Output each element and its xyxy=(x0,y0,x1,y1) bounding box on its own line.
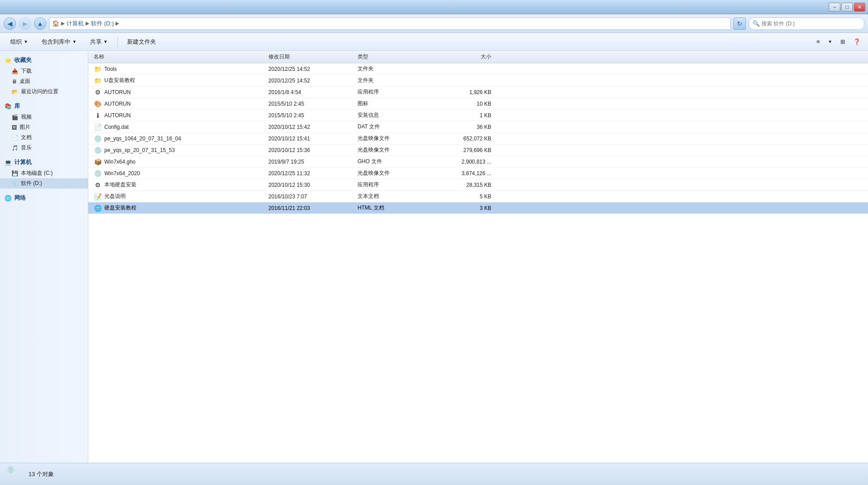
sidebar-item-downloads[interactable]: 📥 下载 xyxy=(0,66,88,76)
file-type-cell: DAT 文件 xyxy=(358,123,429,131)
table-row[interactable]: 🎨 AUTORUN 2015/5/10 2:45 图标 10 KB xyxy=(88,98,868,110)
file-name-cell: ⚙ 本地硬盘安装 xyxy=(90,181,268,189)
sidebar-section-header-network[interactable]: 🌐 网络 xyxy=(0,192,88,204)
search-input[interactable] xyxy=(761,21,860,27)
up-button[interactable]: ▲ xyxy=(34,17,46,30)
organize-button[interactable]: 组织 ▼ xyxy=(4,35,34,49)
file-type-cell: 文件夹 xyxy=(358,65,429,73)
preview-button[interactable]: ⊞ xyxy=(837,35,848,49)
sidebar-section-header-favorites[interactable]: ⭐ 收藏夹 xyxy=(0,54,88,66)
file-type-cell: 图标 xyxy=(358,100,429,107)
file-name-text: AUTORUN xyxy=(104,112,131,119)
share-button[interactable]: 共享 ▼ xyxy=(84,35,114,49)
downloads-label: 下载 xyxy=(21,67,32,75)
maximize-button[interactable]: □ xyxy=(841,3,853,12)
close-button[interactable]: ✕ xyxy=(854,3,865,12)
pictures-icon: 🖼 xyxy=(12,124,17,131)
sidebar-item-software-d[interactable]: 💿 软件 (D:) xyxy=(0,178,88,189)
file-name-text: Tools xyxy=(104,66,117,72)
network-icon: 🌐 xyxy=(4,195,12,201)
file-type-cell: HTML 文档 xyxy=(358,204,429,212)
video-icon: 🎬 xyxy=(12,114,18,120)
favorites-label: 收藏夹 xyxy=(14,56,32,64)
file-name-cell: 📁 Tools xyxy=(90,65,268,73)
sidebar-section-network: 🌐 网络 xyxy=(0,192,88,204)
sidebar-section-favorites: ⭐ 收藏夹 📥 下载 🖥 桌面 📂 最近访问的位置 xyxy=(0,54,88,97)
file-date-cell: 2020/12/25 11:32 xyxy=(268,170,358,177)
col-header-name[interactable]: 名称 xyxy=(90,53,268,61)
documents-icon: 📄 xyxy=(12,135,18,141)
address-bar: ◀ ▶ ▲ 🏠 ▶ 计算机 ▶ 软件 (D:) ▶ ↻ 🔍 xyxy=(0,14,868,33)
search-bar[interactable]: 🔍 xyxy=(749,17,864,30)
sidebar-item-local-c[interactable]: 💾 本地磁盘 (C:) xyxy=(0,168,88,178)
sidebar-section-header-computer[interactable]: 💻 计算机 xyxy=(0,156,88,168)
file-size-cell: 10 KB xyxy=(429,101,500,107)
minimize-button[interactable]: − xyxy=(829,3,840,12)
file-type-cell: 光盘映像文件 xyxy=(358,146,429,154)
breadcrumb-computer[interactable]: 计算机 xyxy=(66,20,84,28)
refresh-button[interactable]: ↻ xyxy=(733,17,746,30)
col-header-size[interactable]: 大小 xyxy=(429,53,500,61)
help-button[interactable]: ❓ xyxy=(850,35,864,49)
sidebar-item-documents[interactable]: 📄 文档 xyxy=(0,132,88,143)
file-date-cell: 2016/11/21 22:03 xyxy=(268,205,358,211)
file-date-cell: 2020/10/12 15:42 xyxy=(268,124,358,130)
table-row[interactable]: 🌐 硬盘安装教程 2016/11/21 22:03 HTML 文档 3 KB xyxy=(88,202,868,214)
file-list[interactable]: 📁 Tools 2020/12/25 14:52 文件夹 📁 U盘安装教程 20… xyxy=(88,63,868,463)
organize-dropdown-icon: ▼ xyxy=(24,39,28,44)
include-button[interactable]: 包含到库中 ▼ xyxy=(36,35,82,49)
toolbar-right: ≡ ▼ ⊞ ❓ xyxy=(814,35,864,49)
computer-icon: 💻 xyxy=(4,159,12,166)
col-header-type[interactable]: 类型 xyxy=(358,53,429,61)
file-date-cell: 2020/12/25 14:52 xyxy=(268,66,358,72)
table-row[interactable]: 📄 Config.dat 2020/10/12 15:42 DAT 文件 36 … xyxy=(88,121,868,133)
desktop-label: 桌面 xyxy=(20,78,30,85)
forward-button[interactable]: ▶ xyxy=(19,17,31,30)
sidebar-item-video[interactable]: 🎬 视频 xyxy=(0,112,88,122)
table-row[interactable]: ⚙ 本地硬盘安装 2020/10/12 15:30 应用程序 28,315 KB xyxy=(88,179,868,191)
breadcrumb-separator2: ▶ xyxy=(86,21,89,26)
software-d-label: 软件 (D:) xyxy=(21,180,42,187)
network-label: 网络 xyxy=(14,194,26,202)
table-row[interactable]: ⚙ AUTORUN 2016/1/8 4:54 应用程序 1,926 KB xyxy=(88,86,868,98)
file-type-cell: 光盘映像文件 xyxy=(358,169,429,177)
file-name-text: 光盘说明 xyxy=(104,193,126,200)
library-label: 库 xyxy=(14,102,20,110)
file-size-cell: 279,696 KB xyxy=(429,147,500,153)
file-type-cell: 文本文档 xyxy=(358,193,429,200)
view-list-button[interactable]: ≡ xyxy=(814,35,823,49)
table-row[interactable]: 📁 U盘安装教程 2020/12/25 14:52 文件夹 xyxy=(88,75,868,86)
file-size-cell: 652,072 KB xyxy=(429,136,500,142)
table-row[interactable]: ℹ AUTORUN 2015/5/10 2:45 安装信息 1 KB xyxy=(88,110,868,121)
file-icon: 📁 xyxy=(94,77,102,85)
sidebar-item-desktop[interactable]: 🖥 桌面 xyxy=(0,76,88,86)
recent-icon: 📂 xyxy=(12,89,18,95)
file-name-cell: ℹ AUTORUN xyxy=(90,111,268,119)
breadcrumb-drive[interactable]: 软件 (D:) xyxy=(91,20,114,28)
file-name-text: 硬盘安装教程 xyxy=(104,204,136,212)
back-button[interactable]: ◀ xyxy=(4,17,16,30)
sidebar-item-recent[interactable]: 📂 最近访问的位置 xyxy=(0,86,88,97)
file-size-cell: 5 KB xyxy=(429,193,500,200)
table-row[interactable]: 💿 pe_yqs_1064_20_07_31_16_04 2020/10/12 … xyxy=(88,133,868,144)
file-name-cell: 💿 pe_yqs_xp_20_07_31_15_53 xyxy=(90,146,268,154)
table-row[interactable]: 📝 光盘说明 2016/10/23 7:07 文本文档 5 KB xyxy=(88,191,868,202)
file-type-cell: 文件夹 xyxy=(358,77,429,84)
file-date-cell: 2019/9/7 19:25 xyxy=(268,159,358,165)
share-label: 共享 xyxy=(90,38,102,46)
table-row[interactable]: 💿 pe_yqs_xp_20_07_31_15_53 2020/10/12 15… xyxy=(88,144,868,156)
status-count-text: 13 个对象 xyxy=(29,470,54,478)
sidebar-section-header-library[interactable]: 📚 库 xyxy=(0,100,88,112)
table-row[interactable]: 📦 Win7x64.gho 2019/9/7 19:25 GHO 文件 2,90… xyxy=(88,156,868,168)
title-bar-buttons: − □ ✕ xyxy=(829,3,865,12)
new-folder-button[interactable]: 新建文件夹 xyxy=(121,35,162,49)
sidebar-item-pictures[interactable]: 🖼 图片 xyxy=(0,122,88,132)
sidebar-item-music[interactable]: 🎵 音乐 xyxy=(0,143,88,153)
col-header-date[interactable]: 修改日期 xyxy=(268,53,358,61)
file-name-text: Win7x64.gho xyxy=(104,159,136,165)
table-row[interactable]: 💿 Win7x64_2020 2020/12/25 11:32 光盘映像文件 3… xyxy=(88,168,868,179)
column-headers: 名称 修改日期 类型 大小 xyxy=(88,51,868,63)
table-row[interactable]: 📁 Tools 2020/12/25 14:52 文件夹 xyxy=(88,63,868,75)
view-options-button[interactable]: ▼ xyxy=(825,35,835,49)
file-icon: 💿 xyxy=(94,146,102,154)
